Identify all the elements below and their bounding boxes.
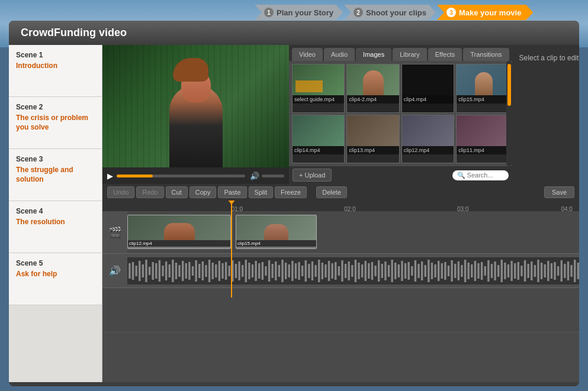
media-thumb-6[interactable]: clip13.mp4 — [346, 115, 399, 164]
svg-rect-77 — [384, 261, 386, 280]
svg-rect-49 — [291, 261, 293, 281]
svg-rect-44 — [275, 261, 277, 280]
clip-block-2[interactable]: clip15.mp4 — [236, 215, 317, 249]
cut-button[interactable]: Cut — [166, 186, 188, 198]
svg-rect-48 — [288, 264, 290, 277]
video-track-icon: 🎬 — [102, 226, 127, 239]
svg-rect-107 — [484, 266, 486, 276]
svg-rect-40 — [262, 262, 264, 280]
tab-audio[interactable]: Audio — [324, 48, 355, 61]
volume-bar[interactable] — [262, 175, 284, 177]
svg-rect-128 — [554, 262, 555, 280]
sidebar: Scene 1 Introduction Scene 2 The crisis … — [9, 45, 102, 382]
svg-rect-67 — [351, 265, 353, 277]
svg-rect-94 — [441, 263, 443, 279]
media-bottom-bar: + Upload 🔍 — [289, 166, 512, 184]
media-thumb-1[interactable]: select guide.mp4 — [292, 64, 345, 113]
media-thumb-3[interactable]: clip4.mp4 — [401, 64, 454, 113]
sidebar-item-scene2[interactable]: Scene 2 The crisis or problem you solve — [9, 97, 102, 149]
redo-button[interactable]: Redo — [136, 186, 163, 198]
svg-rect-87 — [417, 264, 419, 278]
undo-button[interactable]: Undo — [107, 186, 134, 198]
svg-rect-133 — [570, 265, 572, 277]
tab-images[interactable]: Images — [356, 48, 391, 61]
svg-rect-46 — [281, 260, 283, 282]
svg-rect-8 — [155, 263, 157, 279]
svg-rect-88 — [421, 261, 423, 280]
svg-rect-127 — [551, 263, 552, 279]
film-icon: 🎬 — [108, 226, 121, 239]
step-3[interactable]: 3 Make your movie — [437, 5, 534, 20]
thumb8-label: clip11.mp4 — [457, 146, 508, 154]
svg-rect-115 — [510, 261, 512, 281]
svg-rect-57 — [318, 260, 320, 282]
search-input[interactable] — [467, 172, 503, 179]
svg-rect-62 — [335, 262, 336, 280]
svg-rect-15 — [178, 265, 180, 277]
sidebar-item-scene5[interactable]: Scene 5 Ask for help — [9, 253, 102, 305]
svg-rect-69 — [358, 263, 359, 279]
media-thumb-2[interactable]: clip4-2.mp4 — [346, 64, 399, 113]
svg-rect-13 — [172, 260, 173, 282]
media-thumb-7[interactable]: clip12.mp4 — [401, 115, 454, 164]
svg-rect-129 — [557, 266, 559, 276]
svg-rect-93 — [438, 261, 439, 281]
scene2-desc: The crisis or problem you solve — [16, 114, 95, 132]
svg-rect-22 — [202, 261, 204, 280]
svg-rect-56 — [314, 265, 316, 277]
svg-rect-36 — [248, 263, 250, 279]
svg-rect-27 — [219, 261, 220, 281]
sidebar-item-scene1[interactable]: Scene 1 Introduction — [9, 45, 102, 97]
video-progress-bar[interactable] — [117, 175, 245, 177]
svg-rect-106 — [481, 262, 483, 280]
media-thumb-5[interactable]: clip14.mp4 — [292, 115, 345, 164]
tab-transitions[interactable]: Transitions — [463, 48, 509, 61]
play-button[interactable]: ▶ — [107, 172, 113, 180]
tab-video[interactable]: Video — [292, 48, 323, 61]
svg-rect-10 — [162, 266, 163, 276]
video-track-content[interactable]: clip12.mp4 clip15.mp4 — [127, 211, 579, 253]
properties-panel: Select a clip to edit properties — [512, 45, 579, 184]
svg-rect-112 — [501, 260, 503, 282]
tab-library[interactable]: Library — [393, 48, 427, 61]
svg-rect-122 — [534, 265, 536, 277]
scene1-desc: Introduction — [16, 62, 95, 71]
upload-button[interactable]: + Upload — [293, 169, 332, 182]
sidebar-item-scene3[interactable]: Scene 3 The struggle and solution — [9, 149, 102, 201]
svg-rect-126 — [547, 261, 549, 281]
split-button[interactable]: Split — [249, 186, 273, 198]
svg-rect-19 — [192, 266, 194, 276]
clip-block-1[interactable]: clip12.mp4 — [127, 215, 231, 249]
delete-button[interactable]: Delete — [316, 186, 347, 198]
media-thumb-4[interactable]: clip15.mp4 — [456, 64, 509, 113]
svg-rect-113 — [504, 263, 506, 279]
svg-rect-5 — [145, 260, 147, 282]
step-1-num: 1 — [264, 8, 274, 17]
speaker-icon: 🔊 — [109, 265, 121, 276]
svg-rect-64 — [341, 260, 343, 282]
scene5-desc: Ask for help — [16, 270, 95, 279]
media-thumb-8[interactable]: clip11.mp4 — [456, 115, 509, 164]
svg-rect-108 — [487, 260, 489, 282]
save-button[interactable]: Save — [544, 186, 574, 198]
copy-button[interactable]: Copy — [189, 186, 217, 198]
paste-button[interactable]: Paste — [218, 186, 246, 198]
upper-section: ▶ 🔊 Video Audio Images L — [102, 45, 579, 184]
video-preview — [102, 45, 289, 167]
svg-rect-18 — [188, 262, 190, 280]
tab-effects[interactable]: Effects — [428, 48, 462, 61]
scene2-label: Scene 2 — [16, 103, 95, 111]
media-scrollbar[interactable] — [506, 61, 512, 166]
svg-rect-32 — [235, 264, 237, 278]
svg-rect-110 — [494, 261, 496, 280]
sidebar-item-scene4[interactable]: Scene 4 The resolution — [9, 201, 102, 253]
svg-rect-16 — [182, 261, 184, 281]
step-1[interactable]: 1 Plan your Story — [255, 5, 343, 20]
svg-rect-2 — [135, 266, 137, 276]
step-1-label: Plan your Story — [277, 8, 333, 17]
svg-rect-92 — [434, 264, 436, 277]
step-2[interactable]: 2 Shoot your clips — [344, 5, 436, 20]
waveform — [127, 257, 579, 285]
freeze-button[interactable]: Freeze — [275, 186, 307, 198]
svg-rect-80 — [394, 263, 396, 279]
